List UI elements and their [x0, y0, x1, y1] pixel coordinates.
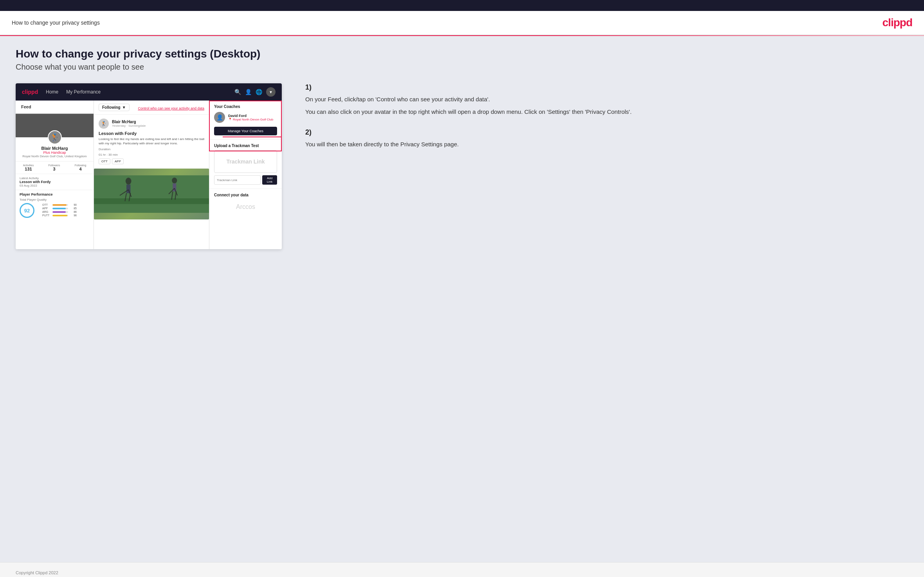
- control-privacy-link[interactable]: Control who can see your activity and da…: [138, 106, 204, 110]
- connect-title: Connect your data: [214, 193, 277, 197]
- app-logo: clippd: [22, 89, 38, 95]
- profile-banner: 🏌️: [16, 114, 94, 137]
- pp-bars: OTT 90 APP 85 ARG: [42, 203, 77, 217]
- coaches-title: Your Coaches: [214, 104, 277, 109]
- manage-coaches-button[interactable]: Manage Your Coaches: [214, 127, 277, 135]
- clippd-logo: clippd: [883, 16, 912, 29]
- following-chevron: ▼: [122, 105, 126, 110]
- trackman-section: Upload a Trackman Test Trackman Link Add…: [209, 140, 282, 189]
- post-title: Lesson with Fordy: [99, 131, 204, 136]
- profile-avatar: 🏌️: [48, 130, 62, 144]
- feed-tab[interactable]: Feed: [16, 101, 94, 114]
- post-description: Looking to feel like my hands are exitin…: [99, 137, 204, 146]
- app-screenshot: clippd Home My Performance 🔍 👤 🌐 ▼ Feed: [16, 83, 282, 249]
- red-annotation-line: [223, 137, 282, 137]
- app-body: Feed 🏌️ Blair McHarg Plus Handicap Royal…: [16, 101, 282, 249]
- stat-followers-label: Followers: [49, 164, 60, 167]
- coach-club-icon: 📍: [228, 118, 232, 121]
- trackman-placeholder-text: Trackman Link: [218, 158, 273, 165]
- nav-my-performance[interactable]: My Performance: [66, 89, 101, 95]
- bar-arg: ARG 86: [42, 210, 77, 213]
- arccos-brand: Arccos: [214, 200, 277, 214]
- person-icon[interactable]: 👤: [245, 89, 252, 95]
- nav-home[interactable]: Home: [46, 89, 58, 95]
- post-date: Yesterday · Sunningdale: [112, 124, 146, 128]
- post-user-avatar: 🏌️: [99, 119, 109, 129]
- browser-title: How to change your privacy settings: [12, 20, 100, 26]
- svg-rect-2: [94, 204, 209, 213]
- instruction-1-number: 1): [305, 83, 901, 92]
- page-heading: How to change your privacy settings (Des…: [16, 48, 908, 60]
- trackman-input-row: Add Link: [214, 175, 277, 185]
- top-bar: [0, 0, 924, 11]
- stat-activities: Activities 131: [23, 164, 34, 171]
- trackman-add-button[interactable]: Add Link: [262, 175, 277, 185]
- instruction-1-text2: You can also click on your avatar in the…: [305, 107, 901, 117]
- latest-activity-title: Lesson with Fordy: [20, 180, 90, 184]
- post-card: 🏌️ Blair McHarg Yesterday · Sunningdale …: [94, 115, 209, 169]
- svg-point-3: [126, 178, 131, 185]
- profile-handicap: Plus Handicap: [16, 151, 94, 155]
- nav-right-icons: 🔍 👤 🌐 ▼: [234, 87, 276, 97]
- pp-row: 92 OTT 90 APP 85: [20, 203, 90, 218]
- post-user-details: Blair McHarg Yesterday · Sunningdale: [112, 120, 146, 128]
- stat-followers-value: 3: [49, 167, 60, 171]
- instruction-2-number: 2): [305, 128, 901, 137]
- header: How to change your privacy settings clip…: [0, 11, 924, 35]
- total-quality-label: Total Player Quality: [20, 198, 90, 201]
- instruction-1-text1: On your Feed, click/tap on 'Control who …: [305, 95, 901, 104]
- app-right-panel: Your Coaches 👤 David Ford 📍 Royal North …: [209, 101, 282, 249]
- app-nav: clippd Home My Performance 🔍 👤 🌐 ▼: [16, 83, 282, 101]
- user-avatar-nav[interactable]: ▼: [266, 87, 276, 97]
- coach-club: 📍 Royal North Devon Golf Club: [228, 118, 273, 121]
- footer: Copyright Clippd 2022: [0, 562, 924, 577]
- stat-following-label: Following: [75, 164, 86, 167]
- tag-app[interactable]: APP: [112, 158, 124, 164]
- tag-ott[interactable]: OTT: [99, 158, 110, 164]
- translate-icon[interactable]: 🌐: [256, 89, 262, 95]
- trackman-title: Upload a Trackman Test: [214, 144, 277, 148]
- coach-row: 👤 David Ford 📍 Royal North Devon Golf Cl…: [214, 112, 277, 123]
- profile-stats: Activities 131 Followers 3 Following 4: [16, 161, 94, 174]
- profile-club: Royal North Devon Golf Club, United King…: [16, 155, 94, 158]
- following-label: Following: [102, 105, 121, 110]
- latest-activity: Latest Activity Lesson with Fordy 03 Aug…: [16, 174, 94, 190]
- quality-score: 92: [20, 203, 34, 218]
- profile-name: Blair McHarg: [16, 146, 94, 151]
- player-performance: Player Performance Total Player Quality …: [16, 190, 94, 220]
- page-subheading: Choose what you want people to see: [16, 63, 908, 72]
- coaches-section: Your Coaches 👤 David Ford 📍 Royal North …: [209, 101, 282, 140]
- instruction-2-text1: You will then be taken directly to the P…: [305, 140, 901, 149]
- bar-ott: OTT 90: [42, 203, 77, 206]
- post-golf-image: [94, 169, 209, 219]
- post-header: 🏌️ Blair McHarg Yesterday · Sunningdale: [99, 119, 204, 129]
- instruction-1: 1) On your Feed, click/tap on 'Control w…: [305, 83, 901, 117]
- feed-header: Following ▼ Control who can see your act…: [94, 101, 209, 115]
- following-button[interactable]: Following ▼: [99, 104, 130, 111]
- latest-activity-date: 03 Aug 2022: [20, 184, 90, 187]
- two-column-layout: clippd Home My Performance 🔍 👤 🌐 ▼ Feed: [16, 83, 908, 249]
- trackman-placeholder-box: Trackman Link: [214, 150, 277, 173]
- search-icon[interactable]: 🔍: [234, 89, 241, 95]
- post-tags: OTT APP: [99, 158, 204, 164]
- stat-followers: Followers 3: [49, 164, 60, 171]
- latest-activity-label: Latest Activity: [20, 176, 90, 180]
- connect-section: Connect your data Arccos: [209, 189, 282, 218]
- trackman-link-input[interactable]: [214, 175, 261, 185]
- stat-following: Following 4: [75, 164, 86, 171]
- svg-point-9: [172, 178, 177, 183]
- player-performance-title: Player Performance: [20, 192, 90, 196]
- coach-avatar: 👤: [214, 112, 225, 123]
- coach-name: David Ford: [228, 114, 273, 118]
- post-username: Blair McHarg: [112, 120, 146, 124]
- svg-rect-4: [126, 185, 130, 193]
- stat-activities-value: 131: [23, 167, 34, 171]
- coach-details: David Ford 📍 Royal North Devon Golf Club: [228, 114, 273, 121]
- bar-putt: PUTT 96: [42, 214, 77, 217]
- app-main-feed: Following ▼ Control who can see your act…: [94, 101, 209, 249]
- app-sidebar: Feed 🏌️ Blair McHarg Plus Handicap Royal…: [16, 101, 94, 249]
- copyright-text: Copyright Clippd 2022: [16, 570, 58, 575]
- stat-activities-label: Activities: [23, 164, 34, 167]
- golf-image-svg: [94, 169, 209, 219]
- control-link-wrapper: Control who can see your activity and da…: [138, 104, 204, 111]
